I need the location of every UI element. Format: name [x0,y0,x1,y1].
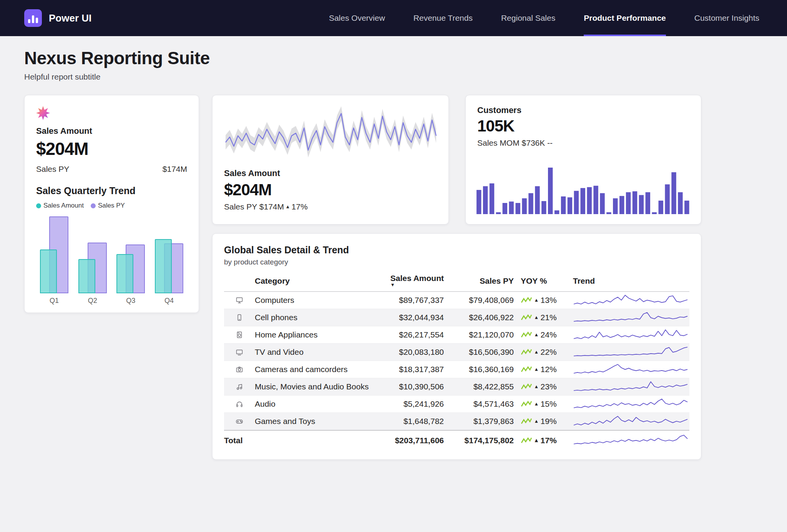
star-icon [36,106,187,121]
table-subtitle: by product category [224,258,689,266]
yoy-cell: ▴ 12% [514,365,568,374]
bar-chart-logo-icon [24,9,42,27]
sales-py-cell: $16,360,169 [444,365,514,374]
sales-trend-card: Sales Amount $204M Sales PY $174M ▴ 17% [212,95,449,224]
yoy-zigzag-icon [521,349,532,356]
sales-py-cell: $16,506,390 [444,347,514,357]
music-note-icon [224,383,255,391]
table-rows: Computers $89,767,337 $79,408,069 ▴ 13% … [224,292,689,430]
yoy-zigzag-icon [521,366,532,373]
category-cell: TV and Video [255,347,370,357]
legend-sales-py: Sales PY [91,202,125,209]
nav-product-performance[interactable]: Product Performance [584,0,666,36]
game-controller-icon [224,417,255,425]
table-row-computers[interactable]: Computers $89,767,337 $79,408,069 ▴ 13% [224,292,689,309]
category-cell: Cameras and camcorders [255,365,370,374]
legend-sales-amount: Sales Amount [36,202,84,209]
yoy-zigzag-icon [521,418,532,425]
quarterly-trend-title: Sales Quarterly Trend [36,185,187,196]
sales-trend-line-chart[interactable] [224,103,438,161]
header-yoy[interactable]: YOY % [514,276,568,286]
table-total-row[interactable]: Total $203,711,606 $174,175,802 ▴ 17% [224,430,689,450]
headphones-icon [224,400,255,408]
sales-amount-cell: $18,317,387 [370,365,444,374]
tv-icon [224,348,255,356]
table-row-audio[interactable]: Audio $5,241,926 $4,571,463 ▴ 15% [224,396,689,413]
customers-bar-chart[interactable] [477,166,691,214]
table-row-music-movies[interactable]: Music, Movies and Audio Books $10,390,50… [224,378,689,396]
yoy-cell: ▴ 23% [514,382,568,391]
nav-sales-overview[interactable]: Sales Overview [329,0,385,36]
page-subtitle: Helpful report subtitle [24,72,763,81]
up-arrow-icon: ▴ [535,437,538,444]
up-arrow-icon: ▴ [535,331,538,338]
total-sales-py: $174,175,802 [444,436,514,445]
yoy-cell: ▴ 22% [514,347,568,357]
sales-py-cell: $21,120,070 [444,330,514,339]
customers-value: 105K [477,117,689,135]
up-arrow-icon: ▴ [535,383,538,390]
trend-sparkline [573,415,688,426]
sales-mom-text: Sales MOM $736K -- [477,138,689,148]
table-header: Category Sales Amount ▼ Sales PY YOY % T… [224,270,689,292]
sales-py-cell: $1,379,863 [444,417,514,426]
yoy-cell: ▴ 19% [514,417,568,426]
sales-amount-label: Sales Amount [36,126,187,136]
trend-sparkline [573,294,688,305]
brand: Power UI [24,9,91,27]
trend-sparkline [573,311,688,323]
sales-py-label: Sales PY [36,165,69,174]
top-nav: Power UI Sales Overview Revenue Trends R… [0,0,787,36]
nav-revenue-trends[interactable]: Revenue Trends [413,0,473,36]
table-title: Global Sales Detail & Trend [224,244,689,256]
table-row-tv-and-video[interactable]: TV and Video $20,083,180 $16,506,390 ▴ 2… [224,344,689,361]
sales-amount-cell: $10,390,506 [370,382,444,391]
up-arrow-icon: ▴ [535,400,538,407]
sales-detail-table-card: Global Sales Detail & Trend by product c… [212,233,701,460]
sales-amount-cell: $20,083,180 [370,347,444,357]
yoy-cell: ▴ 15% [514,399,568,409]
trend-cell [568,415,689,428]
yoy-zigzag-icon [521,401,532,407]
trend-cell [568,294,689,307]
table-row-home-appliances[interactable]: Home Appliances $26,217,554 $21,120,070 … [224,326,689,344]
purple-dot-icon [91,203,96,208]
trend-cell [568,397,689,411]
customers-card: Customers 105K Sales MOM $736K -- [465,95,701,224]
sales-kpi-card: Sales Amount $204M Sales PY $174M Sales … [24,95,199,313]
header-category[interactable]: Category [255,276,370,286]
sort-desc-icon: ▼ [390,283,444,287]
yoy-zigzag-icon [521,297,532,304]
quarterly-bar-chart[interactable]: Q1Q2Q3Q4 [36,216,187,305]
header-sales-py[interactable]: Sales PY [444,276,514,286]
nav-regional-sales[interactable]: Regional Sales [501,0,555,36]
up-arrow-icon: ▴ [286,203,289,210]
trend-sparkline [573,363,688,374]
yoy-zigzag-icon [521,437,532,444]
category-cell: Audio [255,399,370,409]
trend-sparkline [573,346,688,357]
trend-sparkline [573,397,688,409]
monitor-icon [224,296,255,304]
brand-name: Power UI [49,12,91,24]
sales-amount-value: $204M [224,181,437,199]
sales-amount-cell: $89,767,337 [370,296,444,305]
table-row-games-and-toys[interactable]: Games and Toys $1,648,782 $1,379,863 ▴ 1… [224,413,689,430]
sales-amount-cell: $26,217,554 [370,330,444,339]
up-arrow-icon: ▴ [535,366,538,372]
header-trend[interactable]: Trend [568,276,689,286]
sales-py-delta: Sales PY $174M ▴ 17% [224,202,437,211]
category-cell: Home Appliances [255,330,370,339]
sales-amount-value: $204M [36,138,187,159]
nav-customer-insights[interactable]: Customer Insights [694,0,759,36]
sales-py-cell: $4,571,463 [444,399,514,409]
table-row-cameras[interactable]: Cameras and camcorders $18,317,387 $16,3… [224,361,689,378]
yoy-zigzag-icon [521,331,532,338]
yoy-zigzag-icon [521,314,532,321]
table-row-cell-phones[interactable]: Cell phones $32,044,934 $26,406,922 ▴ 21… [224,309,689,326]
up-arrow-icon: ▴ [535,348,538,355]
sales-amount-label: Sales Amount [224,168,437,178]
category-cell: Music, Movies and Audio Books [255,382,370,391]
up-arrow-icon: ▴ [535,314,538,321]
header-sales-amount[interactable]: Sales Amount ▼ [370,274,444,288]
